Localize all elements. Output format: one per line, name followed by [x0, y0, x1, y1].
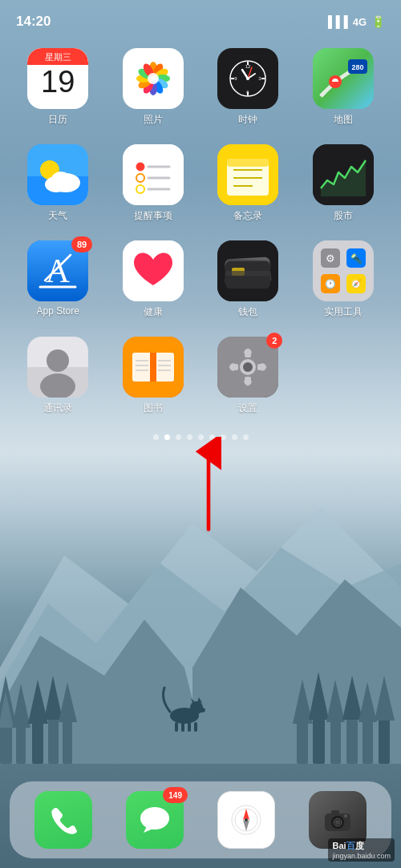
maps-icon: 280: [313, 48, 374, 109]
svg-point-147: [245, 818, 248, 822]
app-icon-wrap-maps: 280: [313, 48, 374, 109]
app-icon-wrap-health: [123, 240, 184, 301]
calendar-day-name: 星期三: [27, 48, 88, 65]
app-icon-wrap-utilities: ⚙ 🔦 🕐 🧭: [313, 240, 374, 301]
page-dot-1[interactable]: [164, 434, 170, 440]
app-contacts[interactable]: 通讯录: [14, 337, 102, 415]
app-notes[interactable]: 备忘录: [205, 144, 292, 223]
app-label-reminders: 提醒事项: [134, 209, 172, 223]
app-maps[interactable]: 280 地图: [300, 48, 387, 127]
svg-point-49: [148, 73, 159, 84]
svg-text:🔦: 🔦: [350, 252, 362, 264]
contacts-icon: [27, 337, 88, 398]
svg-text:🕐: 🕐: [325, 278, 336, 289]
app-icon-wrap-notes: [217, 144, 278, 205]
app-label-appstore: App Store: [37, 305, 79, 317]
notes-icon: [217, 144, 278, 205]
app-label-calendar: 日历: [48, 113, 67, 127]
dock-phone-icon: [34, 791, 92, 849]
app-icon-wrap-books: [123, 337, 184, 398]
calendar-date: 19: [41, 65, 75, 99]
stocks-icon: [313, 144, 374, 205]
reminders-icon: [123, 144, 184, 205]
watermark-url: jingyan.baidu.com: [332, 852, 391, 860]
app-settings[interactable]: 2 设置: [205, 337, 292, 415]
app-appstore[interactable]: A 89 App Store: [14, 240, 102, 319]
app-label-books: 图书: [144, 402, 163, 415]
settings-badge: 2: [266, 333, 282, 349]
app-weather[interactable]: 天气: [14, 144, 102, 223]
signal-icon: ▐▐▐: [324, 15, 348, 28]
app-label-utilities: 实用工具: [324, 305, 363, 319]
app-label-stocks: 股市: [334, 209, 353, 223]
svg-rect-77: [123, 144, 184, 205]
svg-rect-35: [194, 722, 197, 732]
dock-messages-icon: 149: [126, 791, 184, 849]
svg-rect-118: [132, 353, 152, 382]
app-clock[interactable]: 12 3 6 9 时钟: [205, 48, 292, 127]
app-grid-row1: 星期三 19 日历: [0, 35, 401, 319]
app-stocks[interactable]: 股市: [300, 144, 387, 223]
app-health[interactable]: 健康: [110, 240, 197, 319]
app-books[interactable]: 图书: [110, 337, 197, 415]
app-grid-row4: 通讯录 图书: [0, 319, 401, 415]
svg-point-31: [199, 708, 205, 713]
network-type: 4G: [353, 16, 367, 28]
svg-point-137: [243, 362, 253, 372]
svg-point-140: [140, 807, 169, 830]
books-icon: [123, 337, 184, 398]
app-photos[interactable]: 照片: [110, 48, 197, 127]
svg-point-115: [47, 349, 69, 372]
svg-text:280: 280: [351, 63, 363, 71]
watermark-logo: Bai百度: [332, 840, 391, 852]
app-icon-wrap-calendar: 星期三 19: [27, 48, 88, 109]
utilities-icon: ⚙ 🔦 🕐 🧭: [313, 240, 374, 301]
wallet-icon: [217, 240, 278, 301]
red-arrow-annotation: [184, 437, 233, 536]
status-time: 14:20: [16, 14, 51, 30]
app-wallet[interactable]: 钱包: [205, 240, 292, 319]
svg-rect-149: [331, 810, 339, 815]
svg-rect-119: [155, 353, 174, 382]
app-icon-wrap-weather: [27, 144, 88, 205]
svg-rect-120: [150, 353, 156, 382]
app-label-clock: 时钟: [238, 113, 257, 127]
svg-point-76: [51, 172, 71, 188]
svg-point-152: [335, 820, 340, 825]
dock-safari-icon: [217, 791, 275, 849]
app-label-maps: 地图: [334, 113, 353, 127]
app-calendar[interactable]: 星期三 19 日历: [14, 48, 102, 127]
health-icon: [123, 240, 184, 301]
svg-rect-34: [188, 722, 191, 732]
svg-text:🧭: 🧭: [350, 278, 362, 289]
svg-text:12: 12: [245, 64, 251, 69]
dock-messages[interactable]: 149: [126, 791, 184, 849]
svg-rect-32: [175, 722, 178, 732]
page-dot-0[interactable]: [153, 434, 159, 440]
app-icon-wrap-reminders: [123, 144, 184, 205]
app-icon-wrap-contacts: [27, 337, 88, 398]
app-icon-wrap-settings: 2: [217, 337, 278, 398]
app-reminders[interactable]: 提醒事项: [110, 144, 197, 223]
app-icon-wrap-stocks: [313, 144, 374, 205]
app-icon-wrap-appstore: A 89: [27, 240, 88, 301]
app-icon-wrap-photos: [123, 48, 184, 109]
app-utilities[interactable]: ⚙ 🔦 🕐 🧭 实用工具: [300, 240, 387, 319]
svg-point-63: [246, 77, 249, 80]
messages-badge: 149: [163, 787, 188, 803]
page-dot-8[interactable]: [243, 434, 249, 440]
app-label-health: 健康: [144, 305, 163, 319]
weather-icon: [27, 144, 88, 205]
battery-icon: 🔋: [371, 15, 385, 28]
dock-safari[interactable]: [217, 791, 275, 849]
dock-phone[interactable]: [34, 791, 92, 849]
photos-icon: [123, 48, 184, 109]
calendar-icon: 星期三 19: [27, 48, 88, 109]
app-label-settings: 设置: [238, 402, 257, 415]
page-dot-2[interactable]: [176, 434, 181, 440]
appstore-badge: 89: [71, 236, 92, 252]
svg-rect-103: [313, 240, 374, 301]
svg-rect-102: [225, 271, 270, 276]
status-bar: 14:20 ▐▐▐ 4G 🔋: [0, 0, 401, 35]
svg-text:⚙: ⚙: [326, 252, 335, 264]
